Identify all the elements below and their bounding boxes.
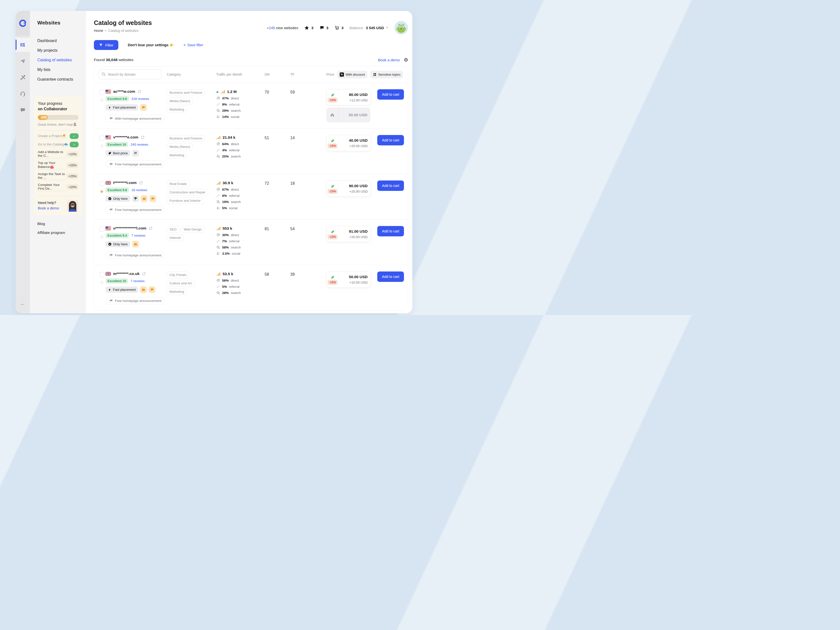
search-traffic-icon bbox=[216, 200, 220, 204]
eco-leaf-icon bbox=[330, 229, 335, 234]
favorite-star-icon[interactable]: ★ bbox=[99, 189, 104, 194]
domain-name[interactable]: t********t.com bbox=[113, 180, 137, 185]
only-here-badge: Only here bbox=[106, 241, 130, 247]
nav-catalog-of-websites[interactable]: Catalog of websites bbox=[37, 58, 82, 62]
umbrella-mini-badge bbox=[132, 195, 139, 202]
nav-guarantee-contracts[interactable]: Guarantee contracts bbox=[37, 77, 82, 82]
add-to-cart-button[interactable]: Add to cart bbox=[377, 135, 404, 146]
affiliate-program-link[interactable]: Affiliate program bbox=[37, 230, 82, 235]
cart-counter[interactable]: 3 bbox=[334, 25, 343, 30]
task-bonus-badge: +25% bbox=[66, 163, 79, 168]
traffic-bars-icon bbox=[221, 89, 225, 94]
search-input[interactable] bbox=[99, 70, 161, 79]
row-checkbox[interactable] bbox=[99, 90, 104, 95]
task-complete-deal: Complete Your First De... +20% bbox=[38, 183, 79, 191]
save-filter-button[interactable]: +Save filter bbox=[183, 43, 203, 47]
price-extra: +25.00 USD bbox=[349, 190, 368, 193]
add-to-cart-button[interactable]: Add to cart bbox=[377, 89, 404, 100]
domain-name[interactable]: u**************l.com bbox=[113, 226, 146, 230]
tf-value: 14 bbox=[290, 135, 318, 140]
task-create-project: Create a Project🐣 ✓ bbox=[38, 133, 79, 139]
favorite-star-icon[interactable]: ☆ bbox=[99, 235, 104, 239]
briefcase-mini-badge bbox=[140, 287, 147, 293]
blog-link[interactable]: Blog bbox=[37, 222, 82, 226]
task-bonus-badge: +25% bbox=[66, 173, 79, 179]
external-link-icon[interactable] bbox=[142, 272, 146, 276]
sensitive-topics-toggle[interactable]: Sensitive topics bbox=[370, 71, 403, 78]
direct-icon bbox=[216, 96, 220, 100]
collapse-sidebar-button[interactable]: ← bbox=[20, 301, 25, 307]
price-value: 90.00 USD bbox=[349, 184, 368, 188]
domain-name[interactable]: ac****w.com bbox=[113, 89, 135, 94]
category-chips: Business and Finance Media (News) Market… bbox=[167, 135, 216, 158]
add-to-cart-button[interactable]: Add to cart bbox=[377, 180, 404, 191]
rail-item-help[interactable]: ? bbox=[16, 103, 30, 117]
external-link-icon[interactable] bbox=[141, 135, 145, 139]
book-a-demo-link[interactable]: Book a demo bbox=[378, 58, 400, 62]
balance[interactable]: Balance: 3 545 USD bbox=[349, 26, 388, 30]
rail-item-tools[interactable] bbox=[16, 70, 30, 85]
reviews-link[interactable]: 245 reviews bbox=[131, 142, 148, 146]
task-assign: Assign the Task to the ... +25% bbox=[38, 172, 79, 180]
price-value: 40.00 USD bbox=[349, 138, 368, 142]
discount-badge: -15% bbox=[328, 234, 338, 239]
favorites-counter[interactable]: 3 bbox=[304, 25, 313, 30]
category-chips: SEO Web Design Internet bbox=[167, 226, 216, 241]
sensitive-topics-icon bbox=[373, 73, 376, 76]
external-link-icon[interactable] bbox=[148, 226, 153, 230]
rail-item-projects[interactable] bbox=[16, 54, 30, 68]
nav-my-projects[interactable]: My projects bbox=[37, 48, 82, 53]
reviews-link[interactable]: 16 reviews bbox=[131, 188, 147, 192]
row-checkbox[interactable] bbox=[99, 181, 104, 186]
row-checkbox[interactable] bbox=[99, 136, 104, 141]
domain-name[interactable]: m********.co.uk bbox=[113, 271, 140, 276]
with-discount-toggle[interactable]: %With discount bbox=[337, 71, 367, 78]
external-link-icon[interactable] bbox=[137, 90, 142, 94]
nav-my-lists[interactable]: My lists bbox=[37, 68, 82, 72]
domain-name[interactable]: v********e.com bbox=[113, 135, 138, 139]
traffic-value: 53.5 k bbox=[223, 272, 233, 276]
favorite-star-icon[interactable]: ☆ bbox=[99, 280, 104, 285]
price-value: 80.00 USD bbox=[349, 92, 368, 97]
briefcase-mini-badge bbox=[132, 241, 139, 247]
traffic-value: 30.9 k bbox=[223, 181, 233, 185]
nav-dashboard[interactable]: Dashboard bbox=[37, 39, 82, 43]
rail-item-dashboard[interactable] bbox=[16, 38, 30, 52]
reviews-link[interactable]: 7 reviews bbox=[131, 234, 145, 237]
task-bonus-badge: +10% bbox=[66, 151, 79, 157]
user-avatar[interactable] bbox=[394, 21, 408, 35]
headset-icon bbox=[20, 91, 26, 97]
toolbar: Filter Don't lose your settings 👉 +Save … bbox=[94, 40, 408, 50]
rail-item-support[interactable] bbox=[16, 87, 30, 101]
filter-button[interactable]: Filter bbox=[94, 40, 118, 50]
tf-value: 54 bbox=[290, 226, 318, 231]
best-price-badge: Best price bbox=[106, 150, 130, 156]
settings-gear-icon[interactable]: ⚙ bbox=[404, 57, 408, 63]
row-checkbox[interactable] bbox=[99, 226, 104, 232]
messages-counter[interactable]: 3 bbox=[319, 25, 328, 30]
sidebar-nav: Dashboard My projects Catalog of website… bbox=[34, 39, 82, 82]
row-checkbox[interactable] bbox=[99, 272, 104, 277]
sidebar-icon-rail: ? ← bbox=[16, 11, 30, 313]
chat-mini-badge bbox=[140, 104, 147, 111]
secondary-price-card: 50.00 USD bbox=[326, 108, 370, 122]
app-logo[interactable] bbox=[16, 11, 30, 36]
reviews-link[interactable]: 318 reviews bbox=[131, 97, 149, 101]
progress-bar: 25% bbox=[38, 115, 79, 120]
search-box bbox=[99, 70, 167, 79]
favorite-star-icon[interactable]: ☆ bbox=[99, 144, 104, 148]
direct-icon bbox=[216, 187, 220, 192]
social-icon bbox=[216, 252, 220, 255]
direct-icon bbox=[216, 142, 220, 146]
add-to-cart-button[interactable]: Add to cart bbox=[377, 271, 404, 282]
favorite-star-icon[interactable]: ☆ bbox=[99, 98, 104, 103]
progress-title: Your progress on Collaborator bbox=[38, 101, 79, 111]
price-extra: +20.00 USD bbox=[349, 235, 368, 239]
external-link-icon[interactable] bbox=[139, 181, 143, 185]
trend-up-icon bbox=[216, 91, 219, 93]
breadcrumb-home[interactable]: Home bbox=[94, 28, 103, 33]
add-to-cart-button[interactable]: Add to cart bbox=[377, 226, 404, 236]
fast-placement-badge: Fast placement bbox=[106, 287, 138, 293]
reviews-link[interactable]: 7 reviews bbox=[131, 279, 145, 283]
book-demo-link[interactable]: Book a demo bbox=[38, 206, 59, 210]
